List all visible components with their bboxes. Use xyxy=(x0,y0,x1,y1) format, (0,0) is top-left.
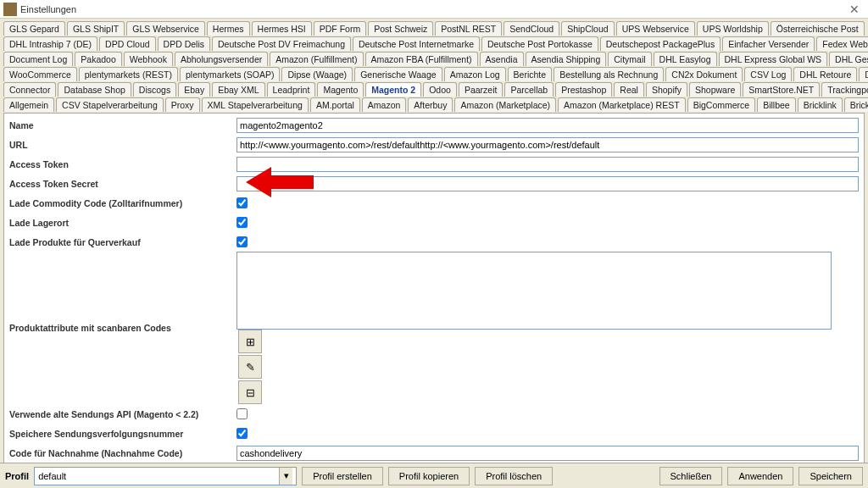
tab-dipse-waage-[interactable]: Dipse (Waage) xyxy=(281,67,353,81)
tab-amazon[interactable]: Amazon xyxy=(362,97,407,112)
tab-fedex-webservice[interactable]: Fedex Webservice xyxy=(816,36,868,51)
tab-pakadoo[interactable]: Pakadoo xyxy=(75,52,121,66)
tab-document-downloader[interactable]: Document Downloader xyxy=(859,67,868,81)
tab-citymail[interactable]: Citymail xyxy=(608,52,651,66)
tab-amazon-fulfillment-[interactable]: Amazon (Fulfillment) xyxy=(270,52,363,66)
tab-xml-stapelverarbeitung[interactable]: XML Stapelverarbeitung xyxy=(202,97,309,112)
tab-dhl-easylog[interactable]: DHL Easylog xyxy=(654,52,717,66)
tab-database-shop[interactable]: Database Shop xyxy=(58,82,131,97)
tab-amazon-log[interactable]: Amazon Log xyxy=(444,67,506,81)
tab-bricklink[interactable]: Bricklink xyxy=(798,97,843,112)
tab-odoo[interactable]: Odoo xyxy=(423,82,457,97)
tab-magento-2[interactable]: Magento 2 xyxy=(365,82,421,97)
tab-csv-log[interactable]: CSV Log xyxy=(744,67,792,81)
tab-dhl-express-global-ws[interactable]: DHL Express Global WS xyxy=(719,52,828,66)
apply-button[interactable]: Anwenden xyxy=(727,467,793,485)
cod-code-input[interactable] xyxy=(236,446,859,461)
tab-ups-webservice[interactable]: UPS Webservice xyxy=(616,21,695,36)
tab-berichte[interactable]: Berichte xyxy=(508,67,553,81)
tab-amazon-fba-fulfillment-[interactable]: Amazon FBA (Fulfillment) xyxy=(365,52,478,66)
tab-real[interactable]: Real xyxy=(614,82,644,97)
tab-dhl-gesch-ftskundenversand[interactable]: DHL Geschäftskundenversand xyxy=(829,52,868,66)
tab-document-log[interactable]: Document Log xyxy=(3,52,73,66)
tab-pdf-form[interactable]: PDF Form xyxy=(314,21,366,36)
tab-deutsche-post-portokasse[interactable]: Deutsche Post Portokasse xyxy=(481,36,598,51)
tab-amazon-marketplace-[interactable]: Amazon (Marketplace) xyxy=(454,97,556,112)
delete-profile-button[interactable]: Profil löschen xyxy=(475,467,553,485)
tab-dpd-delis[interactable]: DPD Delis xyxy=(158,36,210,51)
copy-profile-button[interactable]: Profil kopieren xyxy=(388,467,470,485)
tab-deutsche-post-dv-freimachung[interactable]: Deutsche Post DV Freimachung xyxy=(212,36,351,51)
url-input[interactable] xyxy=(236,137,859,152)
tab-plentymarkets-soap-[interactable]: plentymarkets (SOAP) xyxy=(180,67,280,81)
save-tracking-checkbox[interactable] xyxy=(236,428,248,439)
tab-asendia-shipping[interactable]: Asendia Shipping xyxy=(526,52,607,66)
tab-csv-stapelverarbeitung[interactable]: CSV Stapelverarbeitung xyxy=(56,97,164,112)
tab-gls-gepard[interactable]: GLS Gepard xyxy=(3,21,65,36)
old-shipment-api-checkbox[interactable] xyxy=(236,408,248,419)
tab-hermes-hsi[interactable]: Hermes HSI xyxy=(252,21,312,36)
profil-combo[interactable]: default ▾ xyxy=(34,467,297,485)
load-querverkauf-checkbox[interactable] xyxy=(236,236,248,247)
tab-billbee[interactable]: Billbee xyxy=(757,97,796,112)
tab-parcellab[interactable]: Parcellab xyxy=(504,82,554,97)
load-lagerort-checkbox[interactable] xyxy=(236,217,248,228)
product-attributes-list[interactable] xyxy=(236,252,832,330)
tab-shopify[interactable]: Shopify xyxy=(646,82,687,97)
tab-deutsche-post-internetmarke[interactable]: Deutsche Post Internetmarke xyxy=(353,36,480,51)
label-name: Name xyxy=(9,120,236,130)
tab-hermes[interactable]: Hermes xyxy=(207,21,250,36)
close-icon[interactable]: ✕ xyxy=(844,3,865,16)
access-token-secret-input[interactable] xyxy=(236,176,859,191)
tab-brickowl[interactable]: Brickowl xyxy=(844,97,868,112)
tab-postnl-rest[interactable]: PostNL REST xyxy=(435,21,502,36)
tab-magento[interactable]: Magento xyxy=(317,82,364,97)
tab-ups-worldship[interactable]: UPS Worldship xyxy=(697,21,769,36)
tab-gls-webservice[interactable]: GLS Webservice xyxy=(126,21,205,36)
tab-post-schweiz[interactable]: Post Schweiz xyxy=(368,21,433,36)
tab-paarzeit[interactable]: Paarzeit xyxy=(459,82,504,97)
save-button[interactable]: Speichern xyxy=(798,467,863,485)
tab-prestashop[interactable]: Prestashop xyxy=(555,82,612,97)
tab-ebay[interactable]: Ebay xyxy=(178,82,210,97)
tab-smartstore-net[interactable]: SmartStore.NET xyxy=(743,82,820,97)
tab-shipcloud[interactable]: ShipCloud xyxy=(561,21,614,36)
tab-plentymarkets-rest-[interactable]: plentymarkets (REST) xyxy=(79,67,178,81)
close-button[interactable]: Schließen xyxy=(659,467,723,485)
tab-abholungsversender[interactable]: Abholungsversender xyxy=(175,52,268,66)
tab-deutschepost-packageplus[interactable]: Deutschepost PackagePlus xyxy=(600,36,721,51)
tab-am-portal[interactable]: AM.portal xyxy=(310,97,360,112)
access-token-input[interactable] xyxy=(236,157,859,172)
tab-woocommerce[interactable]: WooCommerce xyxy=(3,67,77,81)
edit-attribute-button[interactable]: ✎ xyxy=(238,355,262,379)
tab-allgemein[interactable]: Allgemein xyxy=(3,97,54,112)
load-commodity-checkbox[interactable] xyxy=(236,197,248,208)
tab-sendcloud[interactable]: SendCloud xyxy=(504,21,559,36)
tab-bigcommerce[interactable]: BigCommerce xyxy=(687,97,756,112)
remove-attribute-button[interactable]: ⊟ xyxy=(238,380,262,404)
tab-connector[interactable]: Connector xyxy=(3,82,56,97)
tab-gls-shipit[interactable]: GLS ShipIT xyxy=(67,21,125,36)
tab-discogs[interactable]: Discogs xyxy=(133,82,176,97)
tab-einfacher-versender[interactable]: Einfacher Versender xyxy=(722,36,815,51)
profil-value: default xyxy=(38,471,66,481)
tab-trackingportal[interactable]: Trackingportal xyxy=(821,82,868,97)
tab-webhook[interactable]: Webhook xyxy=(124,52,173,66)
tab-dpd-cloud[interactable]: DPD Cloud xyxy=(99,36,156,51)
tab-shopware[interactable]: Shopware xyxy=(689,82,741,97)
add-attribute-button[interactable]: ⊞ xyxy=(238,330,262,353)
tab-afterbuy[interactable]: Afterbuy xyxy=(408,97,453,112)
tab-dhl-intraship-7-de-[interactable]: DHL Intraship 7 (DE) xyxy=(3,36,97,51)
tab-generische-waage[interactable]: Generische Waage xyxy=(354,67,442,81)
tab--sterreichische-post[interactable]: Österreichische Post xyxy=(771,21,865,36)
tab-bestellung-als-rechnung[interactable]: Bestellung als Rechnung xyxy=(554,67,664,81)
tab-ebay-xml[interactable]: Ebay XML xyxy=(212,82,264,97)
tab-proxy[interactable]: Proxy xyxy=(165,97,200,112)
tab-amazon-marketplace-rest[interactable]: Amazon (Marketplace) REST xyxy=(558,97,686,112)
create-profile-button[interactable]: Profil erstellen xyxy=(302,467,383,485)
tab-dhl-retoure[interactable]: DHL Retoure xyxy=(793,67,857,81)
tab-cn2x-dokument[interactable]: CN2x Dokument xyxy=(665,67,743,81)
name-input[interactable] xyxy=(236,118,859,133)
tab-leadprint[interactable]: Leadprint xyxy=(267,82,316,97)
tab-asendia[interactable]: Asendia xyxy=(480,52,524,66)
